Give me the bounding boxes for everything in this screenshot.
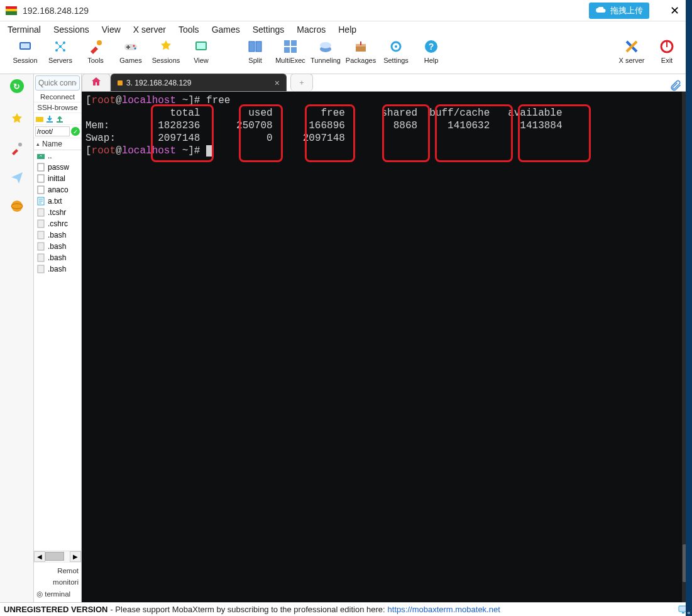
txt-file-icon [36, 197, 45, 206]
session-indicator-icon [118, 80, 123, 85]
globe-icon[interactable] [8, 197, 26, 215]
toolbar-games[interactable]: Games [113, 39, 148, 73]
file-item[interactable]: anaco [34, 184, 81, 195]
hidden-file-icon [36, 208, 45, 217]
menu-macros[interactable]: Macros [297, 25, 326, 35]
toolbar-split[interactable]: Split [238, 39, 273, 73]
toolbar-settings[interactable]: Settings [378, 39, 414, 73]
svg-rect-19 [249, 41, 255, 52]
status-link[interactable]: https://mobaxterm.mobatek.net [388, 605, 500, 614]
folder-icon[interactable] [35, 114, 44, 123]
send-icon[interactable] [8, 168, 26, 186]
file-item[interactable]: .tcshr [34, 207, 81, 218]
svg-rect-22 [291, 40, 297, 46]
svg-point-26 [320, 42, 331, 48]
toolbar-tunneling[interactable]: Tunneling [308, 39, 343, 73]
svg-point-30 [395, 45, 397, 48]
file-icon [36, 174, 45, 183]
svg-point-13 [133, 45, 135, 47]
tab-new[interactable]: ＋ [290, 74, 313, 91]
svg-rect-43 [38, 175, 44, 182]
menu-sessions[interactable]: Sessions [53, 25, 89, 35]
toolbar-xserver[interactable]: X server [614, 39, 649, 73]
toolbar-multiexec[interactable]: MultiExec [273, 39, 308, 73]
toolbar-exit[interactable]: Exit [649, 39, 684, 73]
path-ok-icon[interactable]: ✓ [71, 127, 80, 136]
tunneling-icon [318, 39, 333, 54]
terminal-radio[interactable]: terminal [36, 588, 79, 600]
svg-rect-1 [6, 6, 17, 9]
file-item[interactable]: .cshrc [34, 218, 81, 229]
hidden-file-icon [36, 242, 45, 251]
sidebar: Reconnect SSH-browse ✓ Name .. passw ini… [34, 74, 82, 602]
toolbar-session[interactable]: Session [8, 39, 43, 73]
reconnect-label[interactable]: Reconnect [34, 92, 81, 102]
monitoring-label: monitori [36, 576, 79, 588]
svg-rect-40 [57, 121, 63, 123]
path-input[interactable] [35, 126, 70, 136]
menu-view[interactable]: View [102, 25, 121, 35]
scroll-right-icon[interactable]: ▶ [70, 551, 81, 562]
sidebar-hscroll[interactable]: ◀ ▶ [34, 551, 81, 562]
status-bar: UNREGISTERED VERSION - Please support Mo… [0, 602, 692, 616]
status-message: - Please support MobaXterm by subscribin… [110, 605, 385, 614]
file-item[interactable]: a.txt [34, 195, 81, 207]
toolbar-servers[interactable]: Servers [43, 39, 78, 73]
tab-close-icon[interactable]: × [275, 78, 280, 88]
file-item[interactable]: passw [34, 162, 81, 173]
toolbar-help[interactable]: ?Help [414, 39, 449, 73]
svg-rect-53 [682, 612, 684, 613]
split-icon [248, 39, 263, 54]
tools-icon [88, 39, 103, 54]
menu-help[interactable]: Help [338, 25, 356, 35]
scroll-thumb[interactable] [45, 552, 64, 561]
session-icon [18, 39, 33, 54]
scroll-left-icon[interactable]: ◀ [34, 551, 45, 562]
file-item[interactable]: .bash [34, 263, 81, 275]
svg-point-11 [97, 40, 102, 45]
menu-tools[interactable]: Tools [178, 25, 199, 35]
name-column-header[interactable]: Name [34, 138, 81, 150]
svg-point-35 [18, 143, 22, 146]
file-item[interactable]: inittal [34, 173, 81, 184]
exit-icon [659, 39, 674, 54]
xserver-icon [624, 39, 639, 54]
attachment-icon[interactable] [669, 79, 683, 93]
file-item[interactable]: .bash [34, 229, 81, 241]
multiexec-icon [283, 39, 298, 54]
menu-games[interactable]: Games [212, 25, 240, 35]
svg-rect-38 [36, 117, 43, 122]
upload-icon[interactable] [55, 114, 64, 123]
menu-settings[interactable]: Settings [253, 25, 285, 35]
file-item[interactable]: .bash [34, 252, 81, 263]
scroll-track[interactable] [45, 551, 70, 562]
tab-home[interactable] [82, 74, 111, 91]
settings-icon [388, 39, 404, 54]
file-item[interactable]: .bash [34, 241, 81, 252]
sidebar-toolbar [34, 113, 81, 125]
svg-rect-21 [284, 40, 290, 46]
favorites-icon[interactable] [8, 111, 26, 128]
tab-session[interactable]: 3. 192.168.248.129 × [111, 74, 287, 91]
reconnect-indicator-icon[interactable]: ↻ [10, 79, 24, 93]
svg-rect-39 [47, 121, 53, 123]
svg-rect-41 [37, 154, 45, 159]
quick-connect-input[interactable] [35, 75, 80, 91]
svg-rect-18 [197, 43, 206, 49]
toolbar-view[interactable]: View [184, 39, 219, 73]
toolbar-tools[interactable]: Tools [78, 39, 113, 73]
app-icon [5, 4, 18, 17]
file-icon [36, 163, 45, 172]
svg-rect-2 [6, 9, 17, 11]
toolbar-sessions[interactable]: Sessions [148, 39, 184, 73]
menu-xserver[interactable]: X server [133, 25, 166, 35]
toolbar-packages[interactable]: Packages [343, 39, 378, 73]
window-close-button[interactable]: ✕ [662, 1, 687, 20]
remote-label: Remot [36, 565, 79, 576]
menu-terminal[interactable]: Terminal [8, 25, 41, 35]
upload-button[interactable]: 拖拽上传 [589, 3, 649, 19]
tools-side-icon[interactable] [8, 140, 26, 157]
terminal[interactable]: [root@localhost ~]# free total used free… [82, 92, 692, 602]
download-icon[interactable] [45, 114, 54, 123]
file-item-up[interactable]: .. [34, 150, 81, 162]
